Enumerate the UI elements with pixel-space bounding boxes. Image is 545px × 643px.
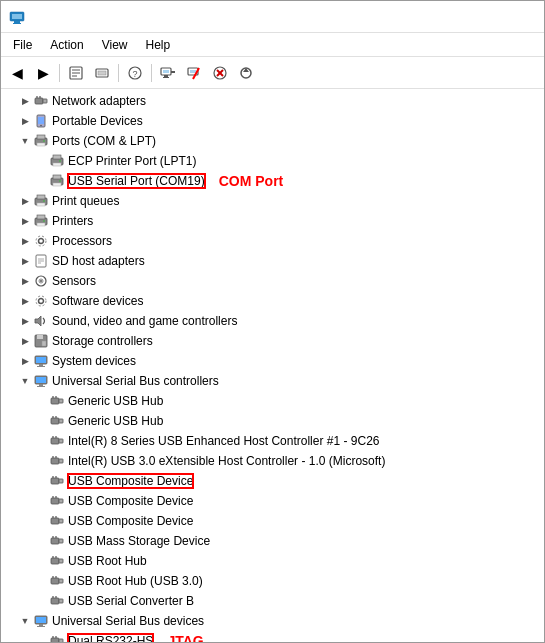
device-icon bbox=[49, 493, 65, 509]
separator-3 bbox=[151, 64, 152, 82]
tree-item-system-devices[interactable]: ▶System devices bbox=[1, 351, 544, 371]
tree-expander[interactable] bbox=[33, 573, 49, 589]
tree-item-usb-serial-conv[interactable]: USB Serial Converter B bbox=[1, 591, 544, 611]
svg-rect-66 bbox=[42, 341, 46, 346]
tree-expander[interactable]: ▶ bbox=[17, 253, 33, 269]
tree-expander[interactable]: ▶ bbox=[17, 93, 33, 109]
tree-expander[interactable]: ▼ bbox=[17, 133, 33, 149]
tree-item-network-adapters[interactable]: ▶Network adapters bbox=[1, 91, 544, 111]
tree-expander[interactable]: ▼ bbox=[17, 373, 33, 389]
tree-item-processors[interactable]: ▶Processors bbox=[1, 231, 544, 251]
tree-item-generic-hub-1[interactable]: Generic USB Hub bbox=[1, 391, 544, 411]
back-button[interactable]: ◀ bbox=[5, 61, 29, 85]
maximize-button[interactable] bbox=[482, 7, 508, 27]
svg-rect-120 bbox=[36, 617, 46, 623]
tree-expander[interactable] bbox=[33, 153, 49, 169]
device-label: Intel(R) 8 Series USB Enhanced Host Cont… bbox=[68, 434, 379, 448]
tree-item-usb-composite-hl[interactable]: USB Composite Device bbox=[1, 471, 544, 491]
device-icon bbox=[33, 233, 49, 249]
tree-expander[interactable]: ▶ bbox=[17, 213, 33, 229]
tree-expander[interactable] bbox=[33, 493, 49, 509]
svg-rect-68 bbox=[36, 357, 46, 363]
tree-expander[interactable] bbox=[33, 533, 49, 549]
tree-item-software-devices[interactable]: ▶Software devices bbox=[1, 291, 544, 311]
tree-expander[interactable] bbox=[33, 593, 49, 609]
tree-item-ecp-printer[interactable]: ECP Printer Port (LPT1) bbox=[1, 151, 544, 171]
tree-item-usb-bus-devices[interactable]: ▼Universal Serial Bus devices bbox=[1, 611, 544, 631]
tree-expander[interactable] bbox=[33, 553, 49, 569]
tree-item-print-queues[interactable]: ▶Print queues bbox=[1, 191, 544, 211]
tree-expander[interactable] bbox=[33, 393, 49, 409]
tree-expander[interactable]: ▶ bbox=[17, 353, 33, 369]
device-label: Portable Devices bbox=[52, 114, 143, 128]
tree-item-usb-root-hub-1[interactable]: USB Root Hub bbox=[1, 551, 544, 571]
svg-point-60 bbox=[40, 280, 42, 282]
tree-item-sound-video[interactable]: ▶Sound, video and game controllers bbox=[1, 311, 544, 331]
svg-rect-49 bbox=[37, 215, 45, 219]
scan-hardware-button[interactable] bbox=[156, 61, 180, 85]
tree-item-sensors[interactable]: ▶Sensors bbox=[1, 271, 544, 291]
device-icon bbox=[33, 313, 49, 329]
tree-item-generic-hub-2[interactable]: Generic USB Hub bbox=[1, 411, 544, 431]
help-button[interactable]: ? bbox=[123, 61, 147, 85]
tree-item-printers[interactable]: ▶Printers bbox=[1, 211, 544, 231]
tree-expander[interactable]: ▶ bbox=[17, 293, 33, 309]
forward-button[interactable]: ▶ bbox=[31, 61, 55, 85]
tree-item-usb-mass-storage[interactable]: USB Mass Storage Device bbox=[1, 531, 544, 551]
svg-rect-115 bbox=[51, 598, 59, 604]
tree-expander[interactable]: ▶ bbox=[17, 313, 33, 329]
tree-item-usb-controllers[interactable]: ▼Universal Serial Bus controllers bbox=[1, 371, 544, 391]
svg-rect-96 bbox=[59, 499, 63, 503]
tree-expander[interactable] bbox=[33, 413, 49, 429]
close-button[interactable] bbox=[510, 7, 536, 27]
menu-file[interactable]: File bbox=[5, 36, 40, 54]
tree-expander[interactable] bbox=[33, 453, 49, 469]
svg-rect-76 bbox=[59, 399, 63, 403]
tree-expander[interactable]: ▶ bbox=[17, 193, 33, 209]
update-driver-button[interactable] bbox=[90, 61, 114, 85]
svg-rect-74 bbox=[37, 386, 45, 387]
device-label: USB Mass Storage Device bbox=[68, 534, 210, 548]
tree-item-storage-ctrl[interactable]: ▶Storage controllers bbox=[1, 331, 544, 351]
tree-item-intel-8series[interactable]: Intel(R) 8 Series USB Enhanced Host Cont… bbox=[1, 431, 544, 451]
tree-expander[interactable] bbox=[33, 433, 49, 449]
tree-expander[interactable]: ▼ bbox=[17, 613, 33, 629]
tree-expander[interactable] bbox=[33, 513, 49, 529]
highlight-wrapper: USB Composite Device bbox=[68, 474, 193, 488]
menu-action[interactable]: Action bbox=[42, 36, 91, 54]
tree-expander[interactable]: ▶ bbox=[17, 333, 33, 349]
tree-item-usb-composite-3[interactable]: USB Composite Device bbox=[1, 511, 544, 531]
svg-rect-72 bbox=[36, 377, 46, 383]
device-label: Software devices bbox=[52, 294, 143, 308]
svg-rect-79 bbox=[51, 418, 59, 424]
uninstall-button[interactable] bbox=[208, 61, 232, 85]
tree-item-dual-rs232[interactable]: Dual RS232-HSJTAG bbox=[1, 631, 544, 642]
properties-button[interactable] bbox=[64, 61, 88, 85]
tree-expander[interactable]: ▶ bbox=[17, 113, 33, 129]
tree-expander[interactable]: ▶ bbox=[17, 233, 33, 249]
tree-expander[interactable] bbox=[33, 473, 49, 489]
minimize-button[interactable] bbox=[454, 7, 480, 27]
svg-rect-34 bbox=[37, 143, 45, 146]
device-icon bbox=[49, 413, 65, 429]
tree-item-ports[interactable]: ▼Ports (COM & LPT) bbox=[1, 131, 544, 151]
tree-item-portable-devices[interactable]: ▶Portable Devices bbox=[1, 111, 544, 131]
tree-item-sd-host[interactable]: ▶SD host adapters bbox=[1, 251, 544, 271]
tree-item-intel-r30[interactable]: Intel(R) USB 3.0 eXtensible Host Control… bbox=[1, 451, 544, 471]
annotation-label: JTAG bbox=[167, 633, 203, 642]
device-tree[interactable]: ▶Network adapters▶Portable Devices▼Ports… bbox=[1, 89, 544, 642]
device-icon bbox=[33, 373, 49, 389]
disable-button[interactable] bbox=[182, 61, 206, 85]
device-label: Generic USB Hub bbox=[68, 394, 163, 408]
tree-expander[interactable]: ▶ bbox=[17, 273, 33, 289]
menu-help[interactable]: Help bbox=[138, 36, 179, 54]
tree-item-usb-composite-2[interactable]: USB Composite Device bbox=[1, 491, 544, 511]
device-icon bbox=[49, 633, 65, 642]
tree-item-usb-serial-port[interactable]: USB Serial Port (COM19)COM Port bbox=[1, 171, 544, 191]
tree-expander[interactable] bbox=[33, 173, 49, 189]
tree-item-usb-root-hub-usb3[interactable]: USB Root Hub (USB 3.0) bbox=[1, 571, 544, 591]
refresh-button[interactable] bbox=[234, 61, 258, 85]
tree-expander[interactable] bbox=[33, 633, 49, 642]
menu-view[interactable]: View bbox=[94, 36, 136, 54]
svg-rect-123 bbox=[51, 638, 59, 642]
